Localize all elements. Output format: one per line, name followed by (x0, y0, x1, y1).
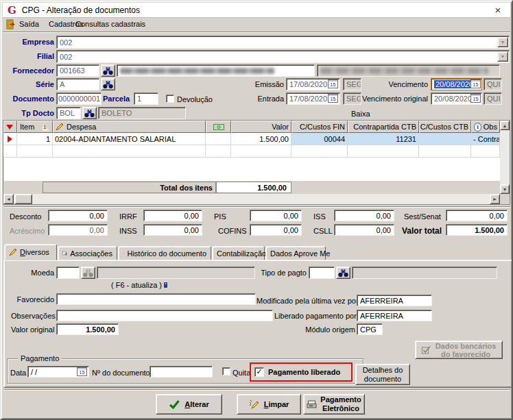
chevron-down-icon: ▼ (501, 54, 505, 59)
scroll-up-button[interactable]: ▲ (500, 121, 510, 130)
calendar-icon[interactable]: 15 (328, 79, 338, 88)
grid-header-ccustos-fin[interactable]: C/Custos FIN (291, 121, 348, 133)
col-contrapartida-ctb-label: Contrapartida CTB (353, 123, 416, 131)
parcela-input[interactable]: 1 (134, 92, 158, 105)
observacoes-input[interactable] (56, 310, 273, 321)
grid-header-ccustos-ctb[interactable]: C/Custos CTB (419, 121, 471, 133)
grid-header-marker[interactable] (3, 121, 17, 133)
calendar-icon[interactable]: 15 (77, 367, 87, 376)
pagamento-data-field[interactable]: / / 15 (27, 366, 89, 378)
tp-docto-input[interactable]: BOL (56, 107, 81, 119)
desconto-field[interactable]: 0,00 (48, 210, 108, 221)
detalhes-documento-button[interactable]: Detalhes dodocumento (355, 364, 410, 385)
title-bar: G CPG - Alteração de documentos × (3, 3, 510, 18)
csll-field[interactable]: 0,00 (334, 224, 394, 236)
hscroll-thumb[interactable] (14, 194, 32, 204)
tp-docto-label: Tp Docto (7, 109, 54, 117)
vencimento-original-date-field[interactable]: 20/08/2020 15 (431, 92, 482, 105)
filial-dropdown-button[interactable]: ▼ (497, 51, 508, 62)
entrada-date-field[interactable]: 17/08/2020 15 (286, 92, 340, 105)
pagamento-liberado-checkbox[interactable]: ✓ (254, 367, 264, 377)
liberado-por-field[interactable]: AFERREIRA (357, 310, 432, 321)
scroll-right-button[interactable]: ► (490, 194, 500, 204)
grid-header-pago[interactable] (206, 121, 231, 133)
moeda-lookup-button-disabled[interactable] (81, 267, 95, 279)
scroll-left-button[interactable]: ◄ (3, 194, 14, 204)
cell-pago[interactable] (206, 133, 231, 145)
empresa-dropdown-button[interactable]: ▼ (497, 37, 508, 47)
tipo-pagto-lookup-button[interactable] (336, 267, 350, 279)
check-box-gray-icon (422, 345, 431, 354)
calendar-icon[interactable]: 15 (470, 94, 481, 103)
inss-label: INSS (119, 227, 137, 235)
cell-contrapartida-ctb[interactable]: 11231 (348, 133, 419, 145)
exit-door-icon (6, 19, 15, 31)
pis-field[interactable]: 0,00 (250, 210, 302, 221)
sest-senat-field[interactable]: 0,00 (446, 210, 508, 221)
alterar-button[interactable]: Alterar (156, 394, 222, 415)
tipo-pagto-input[interactable] (309, 267, 335, 279)
cell-item[interactable]: 1 (17, 133, 53, 145)
tab-contabilizacao[interactable]: Contabilização (212, 246, 265, 260)
empty-cell (348, 145, 419, 158)
grid-header-valor[interactable]: Valor (231, 121, 291, 133)
scroll-down-button[interactable]: ▼ (500, 184, 510, 194)
serie-lookup-button[interactable] (101, 78, 115, 90)
num-documento-input[interactable] (150, 366, 213, 378)
menu-item-consultas-cadastrais[interactable]: Consultas cadastrais (73, 18, 148, 29)
iss-field[interactable]: 0,00 (334, 210, 394, 221)
filial-label: Filial (7, 52, 54, 60)
tab-historico[interactable]: Histórico do documento (118, 246, 211, 260)
calendar-icon[interactable]: 15 (470, 79, 481, 88)
grid-header-despesa[interactable]: Despesa (53, 121, 206, 133)
tab-associacoes[interactable]: Associações (58, 246, 117, 260)
grid-header-contrapartida-ctb[interactable]: Contrapartida CTB (348, 121, 419, 133)
serie-label: Série (7, 80, 54, 88)
grid-header-obs[interactable]: i Obs (471, 121, 500, 133)
cell-despesa[interactable]: 02004-ADIANTAMENTO SALARIAL (53, 133, 206, 145)
entrada-label: Entrada (243, 95, 284, 103)
cell-ccustos-fin[interactable]: 00044 (291, 133, 348, 145)
pagamento-eletronico-button[interactable]: PagamentoEletrônico (303, 394, 365, 415)
dados-bancarios-button[interactable]: Dados bancáriosdo favorecido (415, 341, 503, 359)
card-search-icon (62, 249, 67, 258)
close-button[interactable]: × (491, 4, 505, 15)
favorecido-input[interactable] (56, 293, 256, 305)
menu-item-saida[interactable]: Saída (16, 18, 42, 29)
tab-diversos[interactable]: Diversos (4, 244, 57, 260)
tipo-pagto-label: Tipo de pagto (257, 269, 307, 277)
emissao-date-field[interactable]: 17/08/2020 15 (286, 78, 340, 90)
devolucao-checkbox[interactable] (166, 95, 174, 103)
cell-ccustos-ctb[interactable] (419, 133, 471, 145)
quitado-checkbox[interactable] (222, 367, 230, 375)
documento-input[interactable]: 0000000001 (56, 92, 102, 105)
inss-field[interactable]: 0,00 (143, 224, 202, 236)
cell-obs[interactable]: - Contra (471, 133, 500, 145)
calendar-icon[interactable]: 15 (328, 94, 338, 103)
serie-input[interactable]: A (56, 78, 99, 90)
filial-field[interactable]: 002 ▼ (56, 50, 510, 63)
fornecedor-label: Fornecedor (7, 66, 54, 75)
irrf-field[interactable]: 0,00 (143, 210, 202, 221)
empresa-field[interactable]: 002 ▼ (56, 36, 510, 49)
total-itens-value-box: 1.500,00 (216, 182, 291, 193)
modificado-por-field[interactable]: AFERREIRA (357, 295, 432, 306)
fornecedor-lookup-button[interactable] (101, 64, 115, 77)
fornecedor-input[interactable]: 001663 (56, 64, 99, 77)
limpar-button[interactable]: Limpar (237, 394, 301, 415)
tab-dados-aprove-me[interactable]: Dados Aprove Me (265, 246, 326, 260)
filial-value: 002 (60, 53, 72, 61)
grid-header-item[interactable]: Item 1 (17, 121, 53, 133)
valor-original-label: Valor original (11, 325, 54, 334)
grid-hscrollbar[interactable] (3, 194, 500, 204)
moeda-input[interactable] (56, 267, 80, 279)
tab-dados-aprove-me-label: Dados Aprove Me (270, 249, 330, 258)
modulo-origem-label: Módulo origem (277, 325, 355, 334)
cell-valor[interactable]: 1.500,00 (231, 133, 291, 145)
grid-vscrollbar[interactable] (500, 121, 510, 194)
cofins-field[interactable]: 0,00 (250, 224, 302, 236)
vencimento-date-field[interactable]: 20/08/2020 15 (431, 78, 482, 90)
info-icon: i (474, 123, 481, 132)
tp-docto-lookup-button[interactable] (82, 107, 97, 119)
modificado-por-label: Modificado pela última vez por (256, 297, 355, 305)
